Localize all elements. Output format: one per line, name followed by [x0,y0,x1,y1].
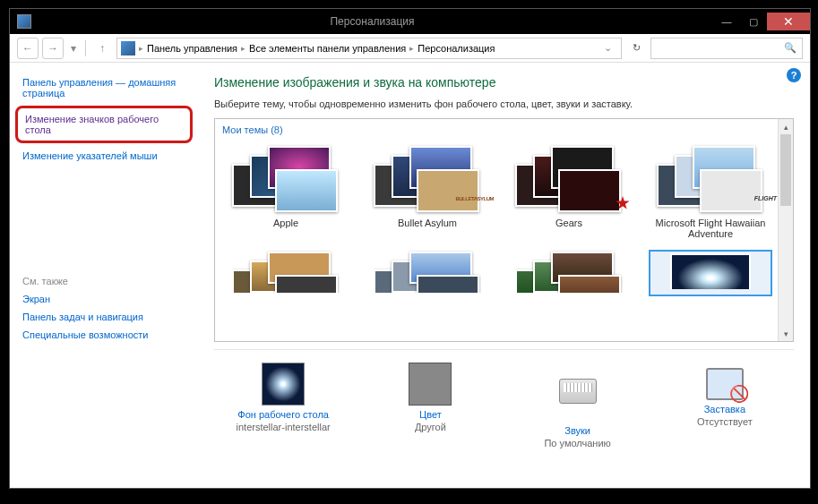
highlighted-link: Изменение значков рабочего стола [15,106,193,143]
screensaver-icon [706,368,744,400]
screensaver-setting[interactable]: Заставка Отсутствует [665,363,785,448]
search-icon: 🔍 [784,42,796,54]
theme-label: Apple [224,218,348,228]
theme-label: Bullet Asylum [366,218,489,228]
theme-item-selected[interactable] [649,250,772,296]
screensaver-value: Отсутствует [665,416,785,427]
up-button[interactable]: ↑ [91,38,113,59]
theme-item[interactable] [224,250,348,296]
theme-label: Gears [507,218,631,228]
help-icon[interactable]: ? [787,68,801,82]
color-setting[interactable]: Цвет Другой [370,363,490,448]
scroll-up-icon[interactable]: ▴ [779,119,793,134]
history-dropdown[interactable]: ▾ [67,38,80,59]
navbar: ← → ▾ ↑ ▸ Панель управления ▸ Все элемен… [10,34,810,63]
color-value: Другой [370,422,490,432]
refresh-button[interactable]: ↻ [625,38,647,59]
background-value: interstellar-interstellar [223,422,343,432]
search-input[interactable]: 🔍 [650,38,803,59]
breadcrumb-item[interactable]: Все элементы панели управления [249,43,406,54]
maximize-button[interactable]: ▢ [740,13,767,30]
see-also-label: См. также [22,276,185,286]
bottom-settings: Фон рабочего стола interstellar-interste… [214,349,794,452]
main-panel: ? Изменение изображения и звука на компь… [198,63,810,488]
color-icon [409,363,452,406]
sidebar: Панель управления — домашняя страница Из… [10,63,198,488]
back-button[interactable]: ← [17,38,39,59]
theme-item[interactable]: Gears [507,144,631,239]
cp-home-link[interactable]: Панель управления — домашняя страница [22,77,185,98]
sounds-setting[interactable]: Звуки По умолчанию [518,363,638,448]
color-title: Цвет [370,409,490,420]
location-icon [121,41,135,56]
theme-item[interactable]: BULLETASYLUM Bullet Asylum [366,144,489,239]
themes-panel: Мои темы (8) Apple BULLETASYLUM Bullet A… [214,118,794,342]
desktop-icons-link[interactable]: Изменение значков рабочего стола [25,114,183,135]
sounds-icon [556,379,599,422]
scrollbar[interactable]: ▴ ▾ [778,119,793,341]
theme-item[interactable] [366,250,489,296]
theme-item[interactable]: FLIGHT Microsoft Flight Hawaiian Adventu… [649,144,772,239]
breadcrumb-item[interactable]: Персонализация [418,43,495,54]
close-button[interactable]: ✕ [767,13,810,30]
forward-button[interactable]: → [42,38,64,59]
theme-item[interactable] [507,250,631,296]
breadcrumb-item[interactable]: Панель управления [147,43,237,54]
breadcrumb-dropdown[interactable]: ⌄ [598,42,617,54]
sounds-value: По умолчанию [518,438,638,448]
theme-item[interactable]: Apple [224,144,348,239]
display-link[interactable]: Экран [22,294,185,304]
minimize-button[interactable]: — [713,13,740,30]
app-icon [17,14,31,29]
scroll-down-icon[interactable]: ▾ [779,326,793,341]
sounds-title: Звуки [518,425,638,436]
titlebar: Персонализация — ▢ ✕ [10,9,810,34]
page-title: Изменение изображения и звука на компьют… [214,75,794,90]
scroll-thumb[interactable] [780,134,791,206]
accessibility-link[interactable]: Специальные возможности [22,329,185,340]
personalization-window: Персонализация — ▢ ✕ ← → ▾ ↑ ▸ Панель уп… [9,8,811,489]
breadcrumb[interactable]: ▸ Панель управления ▸ Все элементы панел… [116,38,622,59]
theme-label: Microsoft Flight Hawaiian Adventure [649,218,772,239]
background-icon [262,363,305,406]
background-setting[interactable]: Фон рабочего стола interstellar-interste… [223,363,343,448]
screensaver-title: Заставка [665,404,785,414]
mouse-pointers-link[interactable]: Изменение указателей мыши [22,150,185,161]
themes-header: Мои темы (8) [215,119,793,141]
window-title: Персонализация [31,15,713,28]
background-title: Фон рабочего стола [223,409,343,420]
page-subtitle: Выберите тему, чтобы одновременно измени… [214,98,794,109]
taskbar-link[interactable]: Панель задач и навигация [22,312,185,322]
